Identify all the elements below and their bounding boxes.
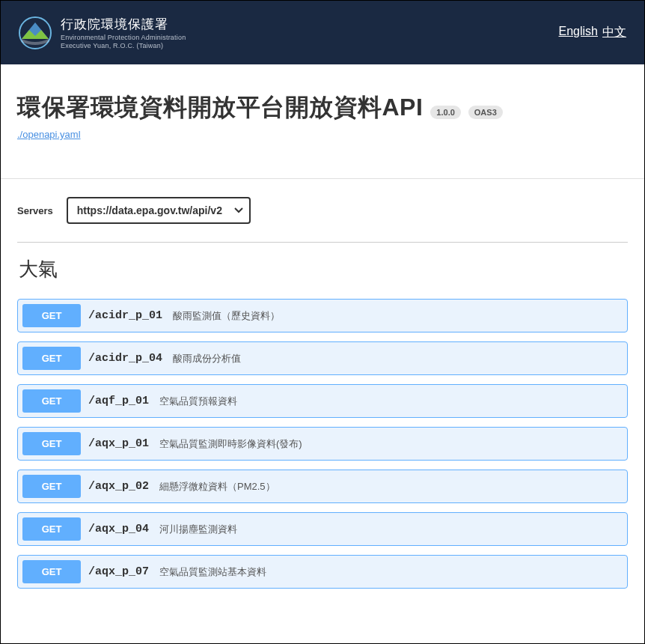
method-badge: GET (22, 517, 81, 541)
endpoints-list: GET/acidr_p_01酸雨監測值（歷史資料）GET/acidr_p_04酸… (17, 299, 628, 589)
endpoint-row[interactable]: GET/acidr_p_01酸雨監測值（歷史資料） (17, 299, 628, 332)
org-subtitle-1: Environmental Protection Administration (61, 34, 186, 41)
oas-badge: OAS3 (468, 106, 503, 119)
servers-label: Servers (17, 205, 53, 216)
method-badge: GET (22, 475, 81, 498)
endpoint-description: 河川揚塵監測資料 (159, 523, 237, 536)
endpoint-description: 空氣品質監測站基本資料 (159, 565, 266, 579)
endpoint-path: /aqx_p_04 (88, 523, 149, 535)
endpoint-path: /acidr_p_01 (88, 309, 162, 322)
api-title-row: 環保署環境資料開放平台開放資料API 1.0.0 OAS3 (17, 91, 628, 124)
endpoint-row[interactable]: GET/aqx_p_01空氣品質監測即時影像資料(發布) (17, 427, 628, 461)
app-header: 行政院環境保護署 Environmental Protection Admini… (1, 1, 644, 64)
version-badge: 1.0.0 (430, 106, 460, 119)
endpoint-path: /aqx_p_02 (88, 480, 149, 493)
org-info: 行政院環境保護署 Environmental Protection Admini… (61, 16, 186, 49)
org-title: 行政院環境保護署 (61, 16, 186, 33)
endpoint-description: 細懸浮微粒資料（PM2.5） (159, 480, 275, 493)
method-badge: GET (22, 304, 81, 327)
main-content: 環保署環境資料開放平台開放資料API 1.0.0 OAS3 ./openapi.… (1, 64, 644, 589)
category-title: 大氣 (17, 256, 628, 282)
endpoint-description: 空氣品質監測即時影像資料(發布) (159, 437, 302, 451)
servers-select[interactable]: https://data.epa.gov.tw/api/v2 (67, 197, 251, 224)
endpoint-row[interactable]: GET/aqx_p_07空氣品質監測站基本資料 (17, 555, 628, 589)
method-badge: GET (22, 347, 81, 370)
lang-switcher: English 中文 (559, 25, 626, 40)
endpoint-row[interactable]: GET/aqx_p_04河川揚塵監測資料 (17, 512, 628, 546)
endpoint-path: /aqx_p_07 (88, 565, 149, 578)
endpoint-row[interactable]: GET/aqx_p_02細懸浮微粒資料（PM2.5） (17, 470, 628, 503)
api-title: 環保署環境資料開放平台開放資料API (17, 91, 423, 124)
category-divider (17, 242, 628, 243)
endpoint-description: 空氣品質預報資料 (159, 395, 237, 408)
header-left: 行政院環境保護署 Environmental Protection Admini… (19, 16, 186, 49)
org-subtitle-2: Executive Yuan, R.O.C. (Taiwan) (61, 42, 186, 49)
openapi-spec-link[interactable]: ./openapi.yaml (17, 129, 81, 140)
method-badge: GET (22, 560, 81, 583)
servers-section: Servers https://data.epa.gov.tw/api/v2 (17, 179, 628, 242)
endpoint-path: /acidr_p_04 (88, 352, 162, 365)
lang-chinese-link[interactable]: 中文 (602, 25, 626, 40)
method-badge: GET (22, 432, 81, 455)
lang-english-link[interactable]: English (559, 25, 598, 40)
endpoint-row[interactable]: GET/aqf_p_01空氣品質預報資料 (17, 384, 628, 418)
endpoint-path: /aqf_p_01 (88, 395, 149, 407)
endpoint-row[interactable]: GET/acidr_p_04酸雨成份分析值 (17, 341, 628, 375)
api-header: 環保署環境資料開放平台開放資料API 1.0.0 OAS3 ./openapi.… (17, 91, 628, 141)
endpoint-description: 酸雨成份分析值 (173, 352, 241, 365)
servers-select-wrap: https://data.epa.gov.tw/api/v2 (67, 197, 251, 224)
endpoint-path: /aqx_p_01 (88, 437, 149, 450)
endpoint-description: 酸雨監測值（歷史資料） (173, 309, 280, 323)
epa-logo-icon (19, 16, 52, 49)
method-badge: GET (22, 389, 81, 413)
